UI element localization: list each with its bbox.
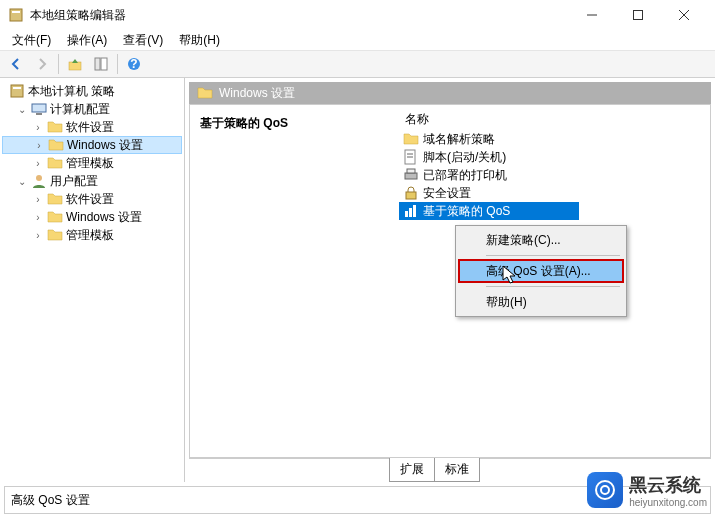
menu-file[interactable]: 文件(F) — [4, 30, 59, 51]
tab-standard[interactable]: 标准 — [434, 458, 480, 482]
svg-point-25 — [596, 481, 614, 499]
tree-computer-config[interactable]: ⌄ 计算机配置 — [2, 100, 182, 118]
svg-line-4 — [679, 10, 689, 20]
folder-icon — [47, 191, 63, 207]
up-level-button[interactable] — [63, 53, 87, 75]
toolbar: ? — [0, 50, 715, 78]
list-item-label: 域名解析策略 — [423, 131, 495, 148]
watermark: 黑云系统 heiyunxitong.com — [587, 472, 707, 508]
svg-rect-13 — [32, 104, 46, 112]
tree-user-templates[interactable]: › 管理模板 — [2, 226, 182, 244]
list-item-label: 脚本(启动/关机) — [423, 149, 506, 166]
svg-rect-0 — [10, 9, 22, 21]
svg-rect-22 — [405, 211, 408, 217]
menu-separator — [486, 255, 620, 256]
tree-label: 计算机配置 — [50, 101, 110, 118]
tree-label: 软件设置 — [66, 191, 114, 208]
svg-rect-20 — [407, 169, 415, 173]
tree-label: 管理模板 — [66, 155, 114, 172]
column-header-name[interactable]: 名称 — [399, 109, 706, 130]
detail-body: 基于策略的 QoS 名称 域名解析策略 脚本(启动/关机) 已部署的打印机 — [189, 104, 711, 458]
tree-label: 用户配置 — [50, 173, 98, 190]
svg-rect-3 — [634, 11, 643, 20]
svg-rect-21 — [406, 192, 416, 199]
title-bar: 本地组策略编辑器 — [0, 0, 715, 30]
svg-point-15 — [36, 175, 42, 181]
tree-root[interactable]: 本地计算机 策略 — [2, 82, 182, 100]
right-pane: Windows 设置 基于策略的 QoS 名称 域名解析策略 脚本(启动/关机)… — [185, 78, 715, 482]
svg-rect-24 — [413, 205, 416, 217]
tree-admin-templates[interactable]: › 管理模板 — [2, 154, 182, 172]
qos-icon — [403, 203, 419, 219]
list-item[interactable]: 域名解析策略 — [399, 130, 706, 148]
expander-icon[interactable]: › — [32, 230, 44, 241]
folder-icon — [47, 227, 63, 243]
forward-button[interactable] — [30, 53, 54, 75]
help-button[interactable]: ? — [122, 53, 146, 75]
tree-user-config[interactable]: ⌄ 用户配置 — [2, 172, 182, 190]
pane-header: Windows 设置 — [189, 82, 711, 104]
tree-software-settings[interactable]: › 软件设置 — [2, 118, 182, 136]
minimize-button[interactable] — [569, 0, 615, 30]
tree-label: 管理模板 — [66, 227, 114, 244]
folder-icon — [197, 85, 213, 101]
detail-title: 基于策略的 QoS — [200, 115, 384, 132]
expander-icon[interactable]: › — [32, 158, 44, 169]
folder-icon — [47, 155, 63, 171]
list-item[interactable]: 已部署的打印机 — [399, 166, 706, 184]
printer-icon — [403, 167, 419, 183]
app-icon — [8, 7, 24, 23]
list-item-qos[interactable]: 基于策略的 QoS — [399, 202, 579, 220]
list-item[interactable]: 安全设置 — [399, 184, 706, 202]
script-icon — [403, 149, 419, 165]
menu-action[interactable]: 操作(A) — [59, 30, 115, 51]
svg-rect-1 — [12, 11, 20, 13]
policy-icon — [9, 83, 25, 99]
folder-icon — [47, 209, 63, 225]
tree-pane[interactable]: 本地计算机 策略 ⌄ 计算机配置 › 软件设置 › Windows 设置 › 管… — [0, 78, 185, 482]
svg-point-26 — [601, 486, 609, 494]
tree-root-label: 本地计算机 策略 — [28, 83, 115, 100]
tree-user-software[interactable]: › 软件设置 — [2, 190, 182, 208]
expander-icon[interactable]: ⌄ — [16, 104, 28, 115]
context-menu: 新建策略(C)... 高级 QoS 设置(A)... 帮助(H) — [455, 225, 627, 317]
back-button[interactable] — [4, 53, 28, 75]
computer-icon — [31, 101, 47, 117]
svg-line-5 — [679, 10, 689, 20]
svg-rect-8 — [101, 58, 107, 70]
show-hide-tree-button[interactable] — [89, 53, 113, 75]
svg-rect-11 — [11, 85, 23, 97]
tab-extended[interactable]: 扩展 — [389, 458, 435, 482]
ctx-help[interactable]: 帮助(H) — [458, 290, 624, 314]
close-button[interactable] — [661, 0, 707, 30]
svg-rect-6 — [69, 62, 81, 70]
tree-windows-settings[interactable]: › Windows 设置 — [2, 136, 182, 154]
window-title: 本地组策略编辑器 — [30, 7, 569, 24]
tree-label: Windows 设置 — [66, 209, 142, 226]
svg-rect-14 — [36, 113, 42, 115]
expander-icon[interactable]: › — [32, 194, 44, 205]
svg-rect-7 — [95, 58, 100, 70]
watermark-logo-icon — [587, 472, 623, 508]
svg-text:?: ? — [130, 57, 137, 71]
expander-icon[interactable]: › — [32, 122, 44, 133]
watermark-brand: 黑云系统 — [629, 473, 707, 497]
status-text: 高级 QoS 设置 — [11, 492, 90, 509]
expander-icon[interactable]: ⌄ — [16, 176, 28, 187]
tree-user-windows[interactable]: › Windows 设置 — [2, 208, 182, 226]
menu-help[interactable]: 帮助(H) — [171, 30, 228, 51]
menu-separator — [486, 286, 620, 287]
list-item[interactable]: 脚本(启动/关机) — [399, 148, 706, 166]
list-item-label: 安全设置 — [423, 185, 471, 202]
ctx-advanced-qos[interactable]: 高级 QoS 设置(A)... — [458, 259, 624, 283]
ctx-new-policy[interactable]: 新建策略(C)... — [458, 228, 624, 252]
expander-icon[interactable]: › — [32, 212, 44, 223]
expander-icon[interactable]: › — [33, 140, 45, 151]
lock-icon — [403, 185, 419, 201]
svg-rect-23 — [409, 208, 412, 217]
tree-label: 软件设置 — [66, 119, 114, 136]
folder-icon — [47, 119, 63, 135]
menu-view[interactable]: 查看(V) — [115, 30, 171, 51]
maximize-button[interactable] — [615, 0, 661, 30]
list-item-label: 已部署的打印机 — [423, 167, 507, 184]
